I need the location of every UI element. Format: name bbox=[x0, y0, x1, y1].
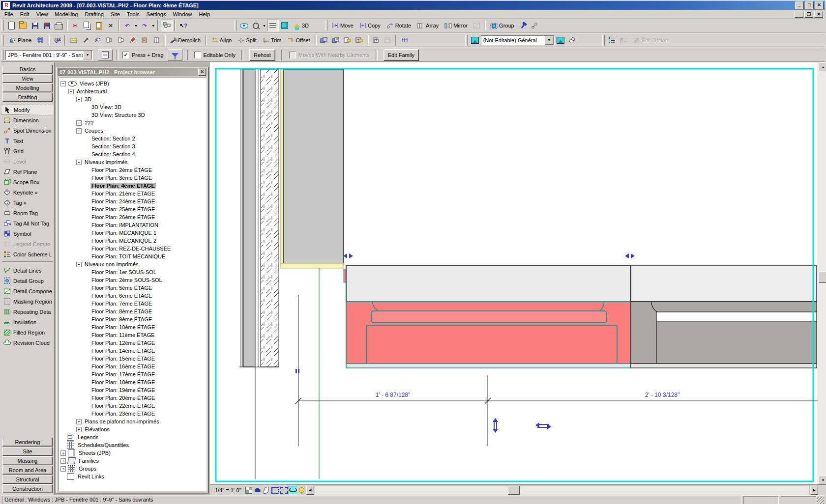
design-tool-filled-region[interactable]: Filled Region bbox=[1, 327, 54, 337]
tree-item[interactable]: Floor Plan: 12ème ÉTAGE bbox=[59, 339, 206, 347]
tree-item-label[interactable]: Revit Links bbox=[77, 474, 105, 479]
tree-item[interactable]: Floor Plan: TOIT MÉCANIQUE bbox=[59, 252, 206, 260]
editable-only-checkbox[interactable]: Editable Only bbox=[194, 52, 236, 58]
offset-button[interactable]: Offset bbox=[284, 34, 313, 46]
dimension-value-1[interactable]: 1' - 6 87/128" bbox=[376, 392, 411, 398]
render-region-button[interactable] bbox=[555, 34, 566, 46]
design-tab-view[interactable]: View bbox=[2, 74, 53, 83]
tree-item-label[interactable]: Floor Plan: 2ème SOUS-SOL bbox=[90, 277, 163, 283]
collapse-icon[interactable]: − bbox=[76, 97, 82, 102]
tree-item-label[interactable]: Floor Plan: 2ème ÉTAGE bbox=[90, 167, 153, 173]
split-button[interactable]: Split bbox=[235, 34, 259, 46]
tree-item[interactable]: −Architectural bbox=[59, 87, 206, 95]
tree-item-label[interactable]: Legends bbox=[77, 434, 99, 440]
tree-item-label[interactable]: Floor Plan: 9ème ÉTAGE bbox=[90, 316, 153, 322]
undo-button[interactable]: ↶ bbox=[121, 20, 133, 31]
unpin-button[interactable] bbox=[529, 20, 541, 31]
pick-to-edit-button[interactable] bbox=[342, 34, 354, 46]
horizontal-scroll-thumb[interactable] bbox=[508, 486, 520, 495]
tree-item-label[interactable]: Sheets (JPB) bbox=[78, 450, 112, 456]
vertical-scrollbar[interactable]: ▲ ▼ bbox=[818, 62, 826, 484]
join-geometry-button[interactable] bbox=[115, 34, 127, 46]
tree-item-label[interactable]: Floor Plan: 14ème ÉTAGE bbox=[90, 348, 156, 354]
collapse-icon[interactable]: − bbox=[76, 262, 82, 267]
rotate-button[interactable]: Rotate bbox=[384, 20, 414, 31]
design-tool-detail-lines[interactable]: Detail Lines bbox=[1, 265, 54, 276]
render-type-dropdown[interactable]: ▼ bbox=[545, 36, 554, 45]
paste-aligned-button[interactable] bbox=[330, 34, 342, 46]
design-tool-keynote-[interactable]: TKeynote » bbox=[1, 187, 54, 197]
tree-item-label[interactable]: Floor Plan: 16ème ÉTAGE bbox=[90, 364, 156, 369]
tree-item-label[interactable]: Floor Plan: 23ème ÉTAGE bbox=[90, 411, 156, 417]
thin-lines-toggle[interactable] bbox=[267, 20, 279, 31]
tree-item-label[interactable]: Floor Plan: 26ème ÉTAGE bbox=[90, 214, 156, 220]
tree-item-label[interactable]: Floor Plan: 5ème ÉTAGE bbox=[90, 285, 153, 291]
tree-item-label[interactable]: Floor Plan: TOIT MÉCANIQUE bbox=[90, 253, 166, 259]
copy-clipboard-button[interactable] bbox=[81, 20, 93, 31]
toolbar-grip[interactable] bbox=[1, 50, 4, 60]
tree-item-label[interactable]: Floor Plan: 10ème ÉTAGE bbox=[90, 324, 156, 330]
tree-item[interactable]: Floor Plan: 9ème ÉTAGE bbox=[59, 315, 206, 323]
tree-item-label[interactable]: Floor Plan: 11ème ÉTAGE bbox=[90, 332, 156, 338]
tree-item-label[interactable]: Floor Plan: 17ème ÉTAGE bbox=[90, 371, 156, 377]
tree-item[interactable]: Floor Plan: 25ème ÉTAGE bbox=[59, 205, 206, 213]
tree-item-label[interactable]: Floor Plan: 1er SOUS-SOL bbox=[90, 269, 157, 275]
align-button[interactable]: Align bbox=[208, 34, 235, 46]
toolbar-grip[interactable] bbox=[1, 20, 4, 31]
tree-item[interactable]: Floor Plan: 11ème ÉTAGE bbox=[59, 331, 206, 339]
properties-button[interactable] bbox=[98, 49, 113, 61]
tree-item[interactable]: +Sheets (JPB) bbox=[59, 449, 206, 457]
selected-sill-assembly[interactable] bbox=[344, 266, 631, 368]
design-options-list-button[interactable] bbox=[606, 34, 618, 46]
design-tab-site[interactable]: Site bbox=[2, 447, 53, 456]
expand-icon[interactable]: + bbox=[76, 419, 82, 424]
tree-item-label[interactable]: Coupes bbox=[84, 128, 104, 134]
tree-item[interactable]: −Niveaux imprimés bbox=[59, 158, 206, 166]
press-drag-checkbox[interactable]: ✓ Press + Drag bbox=[122, 52, 164, 58]
toolbar-grip[interactable] bbox=[325, 20, 327, 31]
design-tool-spot-dimension[interactable]: Spot Dimension bbox=[1, 125, 54, 136]
tree-item[interactable]: −Coupes bbox=[59, 127, 206, 135]
design-tab-massing[interactable]: Massing bbox=[2, 456, 53, 465]
design-tool-insulation[interactable]: Insulation bbox=[1, 317, 54, 327]
menu-site[interactable]: Site bbox=[107, 11, 123, 18]
redo-button[interactable]: ↷ bbox=[139, 20, 150, 31]
wall-assembly[interactable] bbox=[239, 69, 344, 367]
project-browser-close-button[interactable]: ✕ bbox=[198, 69, 206, 76]
tree-item[interactable]: Floor Plan: 6ème ÉTAGE bbox=[59, 292, 206, 300]
tree-item-label[interactable]: Architectural bbox=[76, 88, 108, 94]
tree-item-label[interactable]: Floor Plan: REZ-DE-CHAUSSÉE bbox=[90, 246, 172, 252]
menu-drafting[interactable]: Drafting bbox=[81, 11, 107, 18]
menu-window[interactable]: Window bbox=[169, 11, 195, 18]
menu-settings[interactable]: Settings bbox=[143, 11, 170, 18]
cut-button[interactable]: ✂ bbox=[69, 20, 81, 31]
pin-button[interactable] bbox=[517, 20, 529, 31]
design-tab-modelling[interactable]: Modelling bbox=[2, 84, 53, 92]
menu-file[interactable]: File bbox=[1, 11, 17, 18]
tree-item-label[interactable]: Section: Section 2 bbox=[90, 136, 136, 141]
design-tool-room-tag[interactable]: Room Tag bbox=[1, 208, 54, 218]
tree-item-label[interactable]: Groups bbox=[78, 466, 97, 472]
move-witness-control[interactable] bbox=[295, 369, 299, 373]
tree-item-label[interactable]: 3D bbox=[84, 96, 92, 102]
tree-item[interactable]: Floor Plan: 15ème ÉTAGE bbox=[59, 355, 206, 363]
menu-modelling[interactable]: Modelling bbox=[51, 11, 81, 18]
horizontal-scrollbar[interactable] bbox=[315, 485, 810, 495]
tree-item[interactable]: +Plans de plafond non-imprimés bbox=[59, 418, 206, 425]
scroll-up-button[interactable]: ▲ bbox=[819, 62, 826, 71]
reveal-hidden-button[interactable] bbox=[289, 486, 297, 495]
mdi-close-button[interactable]: ✕ bbox=[814, 11, 823, 18]
toolbar-grip[interactable] bbox=[1, 35, 4, 46]
toolbar-grip[interactable] bbox=[602, 35, 605, 46]
design-tab-structural[interactable]: Structural bbox=[2, 475, 53, 484]
edit-cut-profile-button[interactable] bbox=[370, 34, 382, 46]
tree-item[interactable]: Floor Plan: 19ème ÉTAGE bbox=[59, 386, 206, 394]
expand-icon[interactable]: + bbox=[76, 427, 82, 432]
edit-family-button[interactable]: Edit Family bbox=[384, 49, 419, 61]
match-type-button[interactable] bbox=[80, 34, 91, 46]
design-tool-symbol[interactable]: Symbol bbox=[1, 228, 54, 239]
flip-control-left[interactable] bbox=[343, 253, 353, 258]
menu-view[interactable]: View bbox=[33, 11, 52, 18]
mdi-restore-button[interactable]: ❐ bbox=[804, 11, 813, 18]
crop-region-button[interactable] bbox=[271, 486, 280, 495]
